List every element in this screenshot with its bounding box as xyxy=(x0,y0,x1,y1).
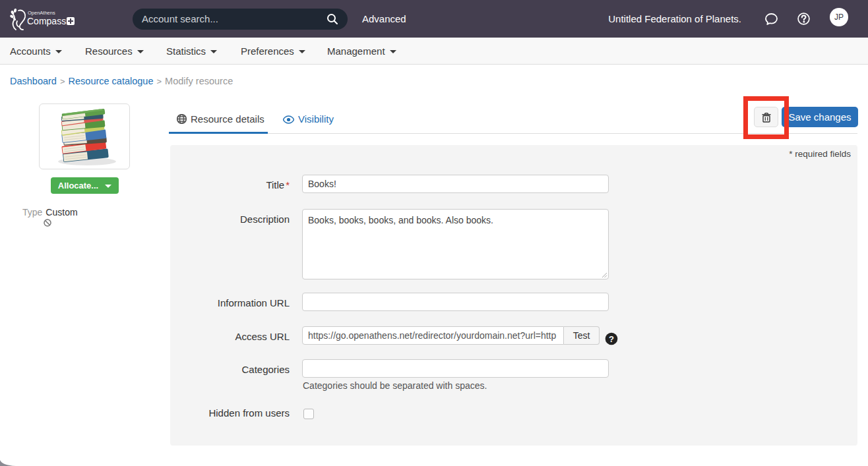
svg-text:?: ? xyxy=(609,334,614,344)
